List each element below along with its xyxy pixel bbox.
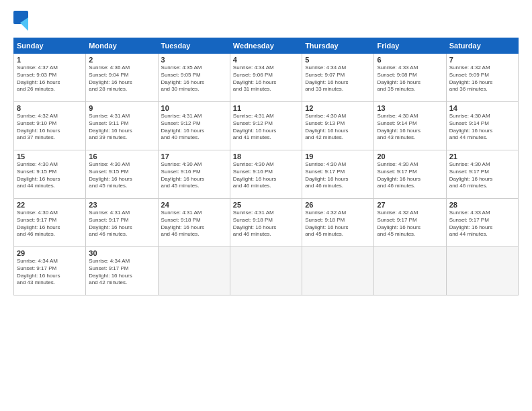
calendar-day-cell: 9Sunrise: 4:31 AM Sunset: 9:11 PM Daylig… [86, 102, 158, 150]
calendar-day-cell: 16Sunrise: 4:30 AM Sunset: 9:15 PM Dayli… [86, 150, 158, 199]
day-info: Sunrise: 4:36 AM Sunset: 9:04 PM Dayligh… [89, 64, 154, 93]
calendar-day-cell: 21Sunrise: 4:30 AM Sunset: 9:17 PM Dayli… [446, 150, 518, 199]
day-info: Sunrise: 4:34 AM Sunset: 9:06 PM Dayligh… [233, 64, 299, 93]
day-number: 26 [305, 201, 371, 209]
weekday-header-wednesday: Wednesday [230, 38, 302, 54]
calendar-day-cell: 17Sunrise: 4:30 AM Sunset: 9:16 PM Dayli… [158, 150, 230, 199]
day-info: Sunrise: 4:30 AM Sunset: 9:17 PM Dayligh… [17, 210, 83, 238]
calendar-day-cell: 26Sunrise: 4:32 AM Sunset: 9:18 PM Dayli… [302, 199, 374, 247]
day-info: Sunrise: 4:34 AM Sunset: 9:17 PM Dayligh… [17, 258, 83, 287]
weekday-header-friday: Friday [374, 38, 446, 54]
calendar-day-cell: 23Sunrise: 4:31 AM Sunset: 9:17 PM Dayli… [86, 199, 158, 247]
day-number: 2 [89, 56, 154, 64]
calendar-day-cell: 20Sunrise: 4:30 AM Sunset: 9:17 PM Dayli… [374, 150, 446, 199]
day-number: 29 [17, 249, 83, 257]
weekday-header-row: SundayMondayTuesdayWednesdayThursdayFrid… [14, 38, 519, 54]
day-number: 18 [233, 152, 299, 161]
calendar-day-cell: 10Sunrise: 4:31 AM Sunset: 9:12 PM Dayli… [158, 102, 230, 150]
day-info: Sunrise: 4:30 AM Sunset: 9:14 PM Dayligh… [449, 113, 515, 142]
calendar-day-cell: 11Sunrise: 4:31 AM Sunset: 9:12 PM Dayli… [230, 102, 302, 150]
day-number: 16 [89, 152, 154, 161]
calendar-day-cell: 24Sunrise: 4:31 AM Sunset: 9:18 PM Dayli… [158, 199, 230, 247]
calendar-day-cell: 30Sunrise: 4:34 AM Sunset: 9:17 PM Dayli… [86, 247, 158, 295]
day-number: 9 [89, 104, 154, 112]
day-number: 25 [233, 201, 299, 209]
day-number: 7 [449, 56, 515, 64]
day-info: Sunrise: 4:31 AM Sunset: 9:11 PM Dayligh… [89, 113, 154, 142]
day-info: Sunrise: 4:30 AM Sunset: 9:16 PM Dayligh… [233, 161, 299, 190]
calendar-day-cell [446, 247, 518, 295]
day-info: Sunrise: 4:32 AM Sunset: 9:18 PM Dayligh… [305, 210, 371, 238]
day-number: 17 [161, 152, 227, 161]
day-info: Sunrise: 4:34 AM Sunset: 9:07 PM Dayligh… [305, 64, 371, 93]
day-number: 1 [17, 56, 83, 64]
day-info: Sunrise: 4:30 AM Sunset: 9:13 PM Dayligh… [305, 113, 371, 142]
day-number: 5 [305, 56, 371, 64]
calendar-day-cell: 18Sunrise: 4:30 AM Sunset: 9:16 PM Dayli… [230, 150, 302, 199]
day-info: Sunrise: 4:32 AM Sunset: 9:17 PM Dayligh… [377, 210, 443, 238]
day-info: Sunrise: 4:32 AM Sunset: 9:09 PM Dayligh… [449, 64, 515, 93]
day-number: 6 [377, 56, 443, 64]
calendar-week-row: 1Sunrise: 4:37 AM Sunset: 9:03 PM Daylig… [14, 54, 519, 102]
calendar-day-cell: 7Sunrise: 4:32 AM Sunset: 9:09 PM Daylig… [446, 54, 518, 102]
day-number: 27 [377, 201, 443, 209]
calendar-day-cell: 4Sunrise: 4:34 AM Sunset: 9:06 PM Daylig… [230, 54, 302, 102]
day-number: 11 [233, 104, 299, 112]
calendar-day-cell: 8Sunrise: 4:32 AM Sunset: 9:10 PM Daylig… [14, 102, 86, 150]
calendar-day-cell: 2Sunrise: 4:36 AM Sunset: 9:04 PM Daylig… [86, 54, 158, 102]
calendar-day-cell: 6Sunrise: 4:33 AM Sunset: 9:08 PM Daylig… [374, 54, 446, 102]
day-info: Sunrise: 4:34 AM Sunset: 9:17 PM Dayligh… [89, 258, 154, 287]
day-number: 12 [305, 104, 371, 112]
calendar-table: SundayMondayTuesdayWednesdayThursdayFrid… [13, 38, 519, 295]
day-info: Sunrise: 4:31 AM Sunset: 9:12 PM Dayligh… [233, 113, 299, 142]
calendar-day-cell: 3Sunrise: 4:35 AM Sunset: 9:05 PM Daylig… [158, 54, 230, 102]
day-number: 15 [17, 152, 83, 161]
day-number: 3 [161, 56, 227, 64]
calendar-day-cell [302, 247, 374, 295]
calendar-day-cell: 19Sunrise: 4:30 AM Sunset: 9:17 PM Dayli… [302, 150, 374, 199]
calendar-day-cell: 13Sunrise: 4:30 AM Sunset: 9:14 PM Dayli… [374, 102, 446, 150]
day-number: 4 [233, 56, 299, 64]
day-number: 22 [17, 201, 83, 209]
calendar-day-cell: 1Sunrise: 4:37 AM Sunset: 9:03 PM Daylig… [14, 54, 86, 102]
day-info: Sunrise: 4:31 AM Sunset: 9:17 PM Dayligh… [89, 210, 154, 238]
weekday-header-thursday: Thursday [302, 38, 374, 54]
day-info: Sunrise: 4:33 AM Sunset: 9:17 PM Dayligh… [449, 210, 515, 238]
day-number: 8 [17, 104, 83, 112]
calendar-week-row: 29Sunrise: 4:34 AM Sunset: 9:17 PM Dayli… [14, 247, 519, 295]
day-number: 24 [161, 201, 227, 209]
day-info: Sunrise: 4:31 AM Sunset: 9:18 PM Dayligh… [161, 210, 227, 238]
calendar-week-row: 22Sunrise: 4:30 AM Sunset: 9:17 PM Dayli… [14, 199, 519, 247]
day-info: Sunrise: 4:31 AM Sunset: 9:18 PM Dayligh… [233, 210, 299, 238]
calendar-week-row: 15Sunrise: 4:30 AM Sunset: 9:15 PM Dayli… [14, 150, 519, 199]
page-header [13, 11, 519, 31]
calendar-day-cell: 27Sunrise: 4:32 AM Sunset: 9:17 PM Dayli… [374, 199, 446, 247]
day-number: 20 [377, 152, 443, 161]
day-info: Sunrise: 4:30 AM Sunset: 9:14 PM Dayligh… [377, 113, 443, 142]
day-number: 19 [305, 152, 371, 161]
day-info: Sunrise: 4:33 AM Sunset: 9:08 PM Dayligh… [377, 64, 443, 93]
logo [13, 11, 28, 31]
weekday-header-saturday: Saturday [446, 38, 518, 54]
day-info: Sunrise: 4:30 AM Sunset: 9:17 PM Dayligh… [305, 161, 371, 190]
day-info: Sunrise: 4:37 AM Sunset: 9:03 PM Dayligh… [17, 64, 83, 93]
day-info: Sunrise: 4:30 AM Sunset: 9:15 PM Dayligh… [17, 161, 83, 190]
calendar-day-cell: 28Sunrise: 4:33 AM Sunset: 9:17 PM Dayli… [446, 199, 518, 247]
day-info: Sunrise: 4:30 AM Sunset: 9:17 PM Dayligh… [449, 161, 515, 190]
calendar-day-cell [374, 247, 446, 295]
day-info: Sunrise: 4:35 AM Sunset: 9:05 PM Dayligh… [161, 64, 227, 93]
day-number: 21 [449, 152, 515, 161]
day-info: Sunrise: 4:30 AM Sunset: 9:16 PM Dayligh… [161, 161, 227, 190]
day-number: 30 [89, 249, 154, 257]
calendar-day-cell: 25Sunrise: 4:31 AM Sunset: 9:18 PM Dayli… [230, 199, 302, 247]
calendar-day-cell: 22Sunrise: 4:30 AM Sunset: 9:17 PM Dayli… [14, 199, 86, 247]
calendar-day-cell: 14Sunrise: 4:30 AM Sunset: 9:14 PM Dayli… [446, 102, 518, 150]
weekday-header-sunday: Sunday [14, 38, 86, 54]
calendar-day-cell [230, 247, 302, 295]
day-number: 14 [449, 104, 515, 112]
calendar-day-cell [158, 247, 230, 295]
calendar-day-cell: 5Sunrise: 4:34 AM Sunset: 9:07 PM Daylig… [302, 54, 374, 102]
weekday-header-monday: Monday [86, 38, 158, 54]
calendar-day-cell: 15Sunrise: 4:30 AM Sunset: 9:15 PM Dayli… [14, 150, 86, 199]
day-info: Sunrise: 4:31 AM Sunset: 9:12 PM Dayligh… [161, 113, 227, 142]
